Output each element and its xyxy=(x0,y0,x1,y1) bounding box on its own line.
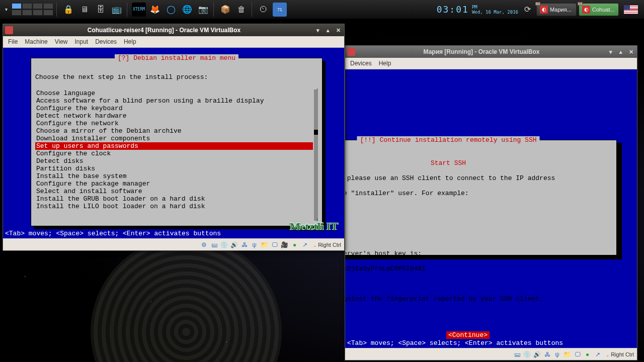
menu-list[interactable]: Choose languageAccess software for a bli… xyxy=(35,89,313,221)
ssh-text xyxy=(345,205,612,212)
menu-item[interactable]: Select and install software xyxy=(35,188,313,195)
titlebar[interactable]: Мария [Running] - Oracle VM VirtualBox ▾… xyxy=(345,46,637,58)
minimize-button[interactable]: ▾ xyxy=(314,26,322,34)
ssh-text xyxy=(345,280,612,288)
menu-devices[interactable]: Devices xyxy=(92,37,120,46)
trash-icon[interactable]: 🗑 xyxy=(234,3,249,17)
separator xyxy=(252,3,254,17)
monitor-icon[interactable]: 🖥 xyxy=(77,3,92,17)
menu-item[interactable]: Install the LILO boot loader on a hard d… xyxy=(35,203,313,210)
window-title: Мария [Running] - Oracle VM VirtualBox xyxy=(358,48,605,55)
menu-item[interactable]: Detect disks xyxy=(35,157,313,165)
menu-machine[interactable]: Machine xyxy=(22,37,50,46)
menu-item[interactable]: Install the base system xyxy=(35,172,313,180)
keyboard-layout-us-flag-icon[interactable] xyxy=(624,5,638,14)
menu-input[interactable]: Input xyxy=(72,37,92,46)
menu-item[interactable]: Set up users and passwords xyxy=(35,142,313,150)
lock-icon[interactable]: 🔒 xyxy=(61,3,75,17)
hdd-icon[interactable]: 🖴 xyxy=(210,241,218,249)
clock-date: Wed, 16 Mar, 2016 xyxy=(472,10,518,15)
badge-64: 64 xyxy=(578,2,583,6)
ssh-text: RxqecVWRcWeU3s8iDjSa5yPrnLmC6P5Ip48I xyxy=(345,265,612,273)
mouse-integration-icon[interactable]: ↗ xyxy=(301,241,309,249)
guest-display[interactable]: [?] Debian installer main menu Choose th… xyxy=(3,48,344,238)
gauge-icon[interactable]: ⏲ xyxy=(257,3,271,17)
menu-item[interactable]: Configure the package manager xyxy=(35,180,313,188)
ssh-text xyxy=(345,235,612,242)
menu-item[interactable]: Download installer components xyxy=(35,135,313,142)
chromium-icon[interactable]: ◯ xyxy=(164,3,178,17)
display-icon[interactable]: 🖵 xyxy=(271,241,279,249)
statusbar: 🖴 💿 🔊 🖧 ψ 📁 🖵 ● ↗ Right Ctrl xyxy=(345,348,637,360)
host-key-label: Right Ctrl xyxy=(606,351,634,357)
menu-help[interactable]: Help xyxy=(376,59,394,68)
usb-icon[interactable]: ψ xyxy=(251,241,259,249)
menu-arrow-icon[interactable]: ▾ xyxy=(3,7,10,12)
file-manager-icon[interactable]: 🗄 xyxy=(94,3,108,17)
network-icon[interactable]: 🖧 xyxy=(240,241,249,249)
menu-item[interactable]: Install the GRUB boot loader on a hard d… xyxy=(35,195,313,203)
menu-devices[interactable]: Devices xyxy=(347,59,375,68)
scroll-down-arrow-icon[interactable]: ↓ xyxy=(316,217,319,223)
footer-hint: <Tab> moves; <Space> selects; <Enter> ac… xyxy=(5,230,221,237)
ssh-text: e installation, please use an SSH client… xyxy=(345,174,612,182)
menu-item[interactable]: Detect network hardware xyxy=(35,112,313,120)
close-button[interactable]: ✕ xyxy=(627,48,635,56)
menu-item[interactable]: Choose language xyxy=(35,89,313,97)
guest-display[interactable]: [!!] Continue installation remotely usin… xyxy=(345,69,637,348)
menu-item[interactable]: Configure the network xyxy=(35,120,313,127)
package-icon[interactable]: 📦 xyxy=(218,3,232,17)
menu-file[interactable]: File xyxy=(5,37,21,46)
menu-item[interactable]: Configure the clock xyxy=(35,150,313,157)
optical-icon[interactable]: 💿 xyxy=(523,350,531,358)
task-label: Cohuat... xyxy=(592,7,615,13)
audio-icon[interactable]: 🔊 xyxy=(533,350,541,358)
window-title: Cohuatlicue-reiser4 [Running] - Oracle V… xyxy=(16,27,312,34)
menu-item[interactable]: Access software for a blind person using… xyxy=(35,97,313,105)
virtualbox-icon: ◐ xyxy=(582,6,590,14)
installer-main-menu-dialog: [?] Debian installer main menu Choose th… xyxy=(31,58,323,226)
usb-icon[interactable]: ψ xyxy=(553,350,561,358)
maximize-button[interactable]: ▴ xyxy=(324,26,332,34)
virtualbox-icon xyxy=(5,26,13,34)
menu-item[interactable]: Configure the keyboard xyxy=(35,105,313,112)
recording-icon[interactable]: ● xyxy=(584,350,592,358)
audio-icon[interactable]: 🔊 xyxy=(230,241,238,249)
continue-button[interactable]: <Continue> xyxy=(446,331,490,339)
video-capture-icon[interactable]: 🎥 xyxy=(281,241,289,249)
close-button[interactable]: ✕ xyxy=(334,26,342,34)
camera-icon[interactable]: 📷 xyxy=(196,3,210,17)
xterm-icon[interactable]: XTERM xyxy=(132,3,146,17)
updates-icon[interactable]: ⟳ xyxy=(520,3,534,17)
mouse-integration-icon[interactable]: ↗ xyxy=(594,350,602,358)
network-icon[interactable]: 🖧 xyxy=(543,350,551,358)
taskbar-task[interactable]: 64 ◐ Cohuat... xyxy=(579,3,619,16)
globe-icon[interactable]: 🌐 xyxy=(180,3,194,17)
settings-icon[interactable]: ⚙ xyxy=(200,241,208,249)
tv-icon[interactable]: 📺 xyxy=(110,3,124,17)
task-label: Мария... xyxy=(550,7,572,13)
optical-icon[interactable]: 💿 xyxy=(220,241,228,249)
recording-icon[interactable]: ● xyxy=(291,241,299,249)
clock-ampm: PM xyxy=(472,5,518,10)
scrollbar-thumb[interactable] xyxy=(314,130,318,135)
maximize-button[interactable]: ▴ xyxy=(617,48,625,56)
hdd-icon[interactable]: 🖴 xyxy=(513,350,521,358)
menu-item[interactable]: Choose a mirror of the Debian archive xyxy=(35,127,313,135)
menu-help[interactable]: Help xyxy=(121,37,139,46)
display-icon[interactable]: 🖵 xyxy=(574,350,582,358)
firefox-icon[interactable]: 🦊 xyxy=(148,3,162,17)
scrollbar[interactable] xyxy=(314,89,318,221)
clock[interactable]: 03:01 PM Wed, 16 Mar, 2016 xyxy=(437,4,518,15)
titlebar[interactable]: Cohuatlicue-reiser4 [Running] - Oracle V… xyxy=(3,24,344,36)
shared-folder-icon[interactable]: 📁 xyxy=(564,350,572,358)
separator xyxy=(127,3,129,17)
minimize-button[interactable]: ▾ xyxy=(607,48,615,56)
menu-item[interactable]: Partition disks xyxy=(35,165,313,172)
workspace-pager[interactable] xyxy=(12,3,53,16)
taskbar-task[interactable]: 64 ◐ Мария... xyxy=(536,3,577,16)
menu-view[interactable]: View xyxy=(52,37,71,46)
battery-icon[interactable]: 71 xyxy=(273,3,287,17)
shared-folder-icon[interactable]: 📁 xyxy=(261,241,269,249)
ssh-dialog: [!!] Continue installation remotely usin… xyxy=(345,140,617,255)
